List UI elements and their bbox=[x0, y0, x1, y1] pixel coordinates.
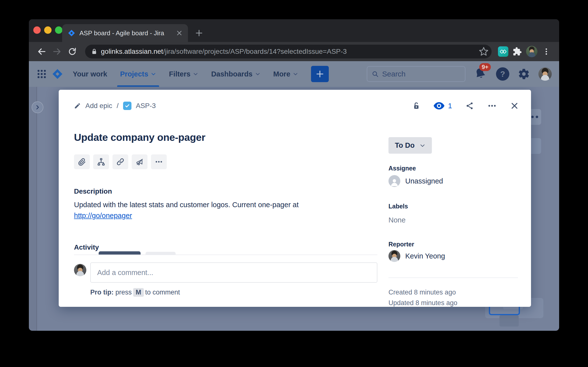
app-megaphone-button[interactable] bbox=[132, 154, 147, 169]
issue-title[interactable]: Update company one-pager bbox=[74, 132, 377, 143]
browser-window: ASP board - Agile board - Jira bbox=[29, 19, 559, 331]
assignee-field[interactable]: Unassigned bbox=[388, 175, 443, 187]
issue-type-task-icon[interactable] bbox=[123, 102, 131, 110]
status-dropdown[interactable]: To Do bbox=[388, 137, 432, 154]
reload-button[interactable] bbox=[66, 45, 79, 58]
labels-label: Labels bbox=[388, 203, 408, 210]
tab-close-icon[interactable] bbox=[176, 30, 183, 36]
nav-item-filters[interactable]: Filters bbox=[163, 61, 205, 87]
activity-divider bbox=[74, 255, 377, 255]
description-link[interactable]: http://go/onepager bbox=[74, 212, 132, 220]
browser-menu-button[interactable] bbox=[540, 45, 553, 58]
tab-title: ASP board - Agile board - Jira bbox=[79, 29, 172, 37]
new-tab-button[interactable] bbox=[194, 28, 204, 38]
reload-icon bbox=[68, 47, 77, 56]
issue-key[interactable]: ASP-3 bbox=[136, 102, 156, 110]
link-issue-button[interactable] bbox=[112, 154, 128, 169]
close-window-button[interactable] bbox=[33, 26, 41, 34]
jira-favicon bbox=[68, 29, 75, 37]
chevron-down-icon bbox=[293, 71, 298, 77]
app-switcher-icon[interactable] bbox=[36, 69, 47, 79]
issue-detail-modal: Add epic / ASP-3 bbox=[59, 90, 531, 307]
nav-item-dashboards[interactable]: Dashboards bbox=[205, 61, 267, 87]
status-label: To Do bbox=[395, 141, 415, 149]
browser-tab[interactable]: ASP board - Agile board - Jira bbox=[62, 24, 188, 42]
minimize-window-button[interactable] bbox=[44, 26, 52, 34]
reporter-value: Kevin Yeong bbox=[405, 252, 445, 260]
link-icon bbox=[116, 158, 125, 166]
share-icon[interactable] bbox=[465, 102, 474, 110]
fullscreen-window-button[interactable] bbox=[55, 26, 62, 34]
unassigned-avatar-icon bbox=[388, 175, 400, 187]
chevron-down-icon bbox=[151, 71, 156, 77]
create-issue-button[interactable] bbox=[311, 66, 329, 82]
plus-icon bbox=[315, 70, 324, 78]
notifications-badge: 9+ bbox=[479, 63, 491, 71]
nav-label: Filters bbox=[169, 70, 190, 78]
reporter-avatar bbox=[388, 250, 400, 262]
close-icon[interactable] bbox=[510, 102, 519, 110]
nav-item-more[interactable]: More bbox=[267, 61, 305, 87]
nav-label: Projects bbox=[120, 70, 148, 78]
jira-profile-avatar[interactable] bbox=[538, 67, 552, 81]
jira-navbar-right: 9+ ? bbox=[367, 66, 552, 82]
https-lock-icon bbox=[91, 48, 97, 55]
watch-eye-icon bbox=[434, 102, 444, 110]
address-bar[interactable]: golinks.atlassian.net/jira/software/proj… bbox=[85, 45, 492, 58]
url-path: /jira/software/projects/ASP/boards/14?se… bbox=[163, 48, 347, 55]
help-button[interactable]: ? bbox=[496, 67, 509, 81]
watchers-count: 1 bbox=[448, 102, 452, 110]
plus-icon bbox=[195, 29, 203, 37]
nav-item-projects[interactable]: Projects bbox=[114, 61, 163, 87]
extensions-button[interactable] bbox=[511, 45, 524, 58]
reporter-label: Reporter bbox=[388, 241, 414, 248]
settings-gear-icon[interactable] bbox=[518, 68, 530, 80]
chevron-down-icon bbox=[255, 71, 260, 77]
created-timestamp: Created 8 minutes ago bbox=[388, 289, 456, 296]
comment-input[interactable] bbox=[90, 262, 377, 283]
board-card-shadow bbox=[499, 315, 519, 327]
chevron-down-icon bbox=[193, 71, 198, 77]
assignee-value: Unassigned bbox=[405, 177, 443, 185]
reporter-field[interactable]: Kevin Yeong bbox=[388, 250, 445, 262]
more-actions-icon[interactable] bbox=[487, 102, 497, 110]
add-child-issue-button[interactable] bbox=[93, 154, 109, 169]
notifications-button[interactable]: 9+ bbox=[474, 67, 488, 81]
labels-value[interactable]: None bbox=[388, 216, 405, 224]
nav-label: More bbox=[273, 70, 290, 78]
jira-navbar-left: Your work Projects Filters Dashboards Mo… bbox=[36, 61, 329, 87]
ellipsis-icon bbox=[155, 158, 163, 166]
nav-label: Dashboards bbox=[211, 70, 253, 78]
watchers[interactable]: 1 bbox=[434, 102, 452, 110]
description-body[interactable]: Updated with the latest stats and custom… bbox=[74, 200, 377, 209]
nav-item-your-work[interactable]: Your work bbox=[66, 61, 114, 87]
activity-tab-selected[interactable] bbox=[99, 251, 141, 255]
browser-toolbar: golinks.atlassian.net/jira/software/proj… bbox=[29, 42, 559, 61]
golinks-extension-icon[interactable] bbox=[498, 46, 508, 57]
more-quick-actions-button[interactable] bbox=[151, 154, 167, 169]
add-epic-link[interactable]: Add epic bbox=[85, 102, 112, 110]
attach-button[interactable] bbox=[74, 154, 90, 169]
search-input[interactable] bbox=[382, 70, 460, 78]
global-search[interactable] bbox=[367, 66, 465, 82]
jira-logo-icon[interactable] bbox=[52, 68, 63, 80]
chevron-right-icon bbox=[35, 104, 40, 110]
browser-profile-avatar[interactable] bbox=[526, 46, 537, 57]
forward-button[interactable] bbox=[51, 45, 63, 58]
issue-quick-actions bbox=[74, 154, 167, 169]
protip-key: M bbox=[133, 288, 144, 297]
puzzle-icon bbox=[513, 47, 522, 56]
current-user-avatar bbox=[74, 264, 86, 276]
bookmark-star-icon[interactable] bbox=[479, 47, 489, 56]
updated-timestamp: Updated 8 minutes ago bbox=[388, 299, 457, 307]
assignee-label: Assignee bbox=[388, 165, 416, 172]
back-button[interactable] bbox=[35, 45, 48, 58]
chevron-down-icon bbox=[420, 143, 425, 148]
nav-label: Your work bbox=[73, 70, 107, 78]
unlock-icon[interactable] bbox=[412, 102, 420, 110]
breadcrumb-separator: / bbox=[117, 102, 119, 110]
breadcrumb: Add epic / ASP-3 bbox=[74, 102, 156, 110]
golinks-logo-icon bbox=[499, 48, 507, 55]
protip-bold: Pro tip: bbox=[90, 289, 114, 296]
expand-sidebar-button[interactable] bbox=[32, 101, 43, 113]
